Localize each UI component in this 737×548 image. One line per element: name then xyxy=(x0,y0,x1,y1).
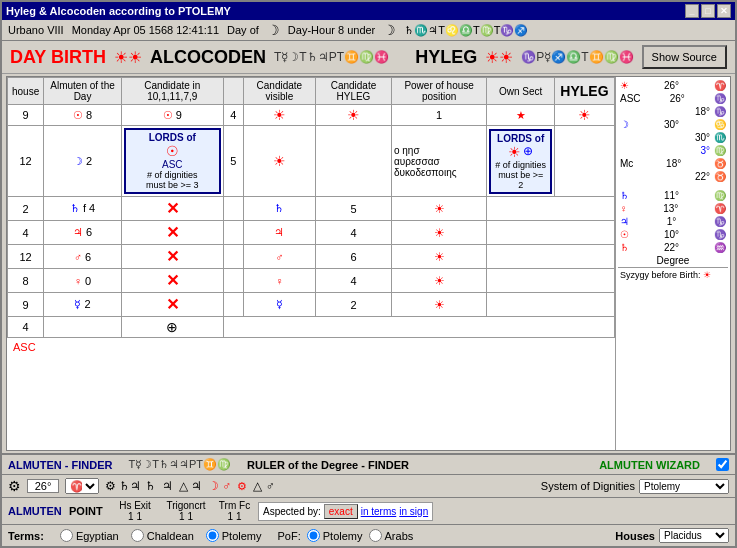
egyptian-radio-label[interactable]: Egyptian xyxy=(60,529,119,542)
right-row-mc: Mc 18° ♉ xyxy=(618,157,728,170)
cell-text: ο ηησαυρεσσασδυκοδεσποιης xyxy=(391,126,486,197)
trigon-val: 1 1 xyxy=(179,511,193,522)
cell-num4: 4 xyxy=(315,221,391,245)
maximize-button[interactable]: □ xyxy=(701,4,715,18)
table-row: 9 ☉ 8 ☉ 9 4 ☀ ☀ 1 ★ ☀ xyxy=(8,105,615,126)
ptolemy-radio[interactable] xyxy=(206,529,219,542)
chaldean-radio[interactable] xyxy=(131,529,144,542)
cell-almuten: ♃ 6 xyxy=(44,221,122,245)
terms-label: Terms: xyxy=(8,530,44,542)
calc-symbols6: △ ♂ xyxy=(253,479,274,493)
cell-empty xyxy=(487,197,615,221)
cell-num6: 4 xyxy=(315,269,391,293)
almuten-col-label: ALMUTEN xyxy=(8,505,63,517)
cell-almuten: ☽ 2 xyxy=(44,126,122,197)
cell-vis: ☀ xyxy=(391,197,486,221)
sign-mc: ♉ xyxy=(714,158,726,169)
degree-jup: 1° xyxy=(667,216,677,227)
in-terms-link[interactable]: in terms xyxy=(361,506,397,517)
day-label: Day of xyxy=(227,24,259,36)
sign-sat2: ♒ xyxy=(714,242,726,253)
sign-select[interactable]: ♈♉♊♋ ♌♍♎♏ ♐♑♒♓ xyxy=(65,478,99,494)
cell-visible: ☀ xyxy=(243,105,315,126)
sun-r2: ☉ xyxy=(620,229,629,240)
calc-symbols1: ⚙ ♄♃ ♄ xyxy=(105,479,156,493)
cell-planet3: ♂ xyxy=(243,245,315,269)
aspected-section: Aspected by: exact in terms in sign xyxy=(258,502,433,521)
cell-empty2 xyxy=(487,221,615,245)
almuten-finder-symbols: T☿☽T♄♃♃PT♊♍ xyxy=(129,458,232,471)
asc-label: ASC xyxy=(7,338,615,356)
table-row: 4 ⊕ xyxy=(8,317,615,338)
in-sign-link[interactable]: in sign xyxy=(399,506,428,517)
degree-r1: 26° xyxy=(664,80,679,91)
pof-arabs-text: Arabs xyxy=(385,530,414,542)
degree-r2: 18° xyxy=(695,106,710,117)
close-button[interactable]: ✕ xyxy=(717,4,731,18)
show-source-button[interactable]: Show Source xyxy=(642,45,727,69)
cell-planet5: ☿ xyxy=(243,293,315,317)
minimize-button[interactable]: _ xyxy=(685,4,699,18)
col-candidate1: Candidate in 10,1,11,7,9 xyxy=(121,78,223,105)
dayhour-label: Day-Hour 8 under xyxy=(288,24,375,36)
cell-empty4 xyxy=(487,269,615,293)
cell-num5: 6 xyxy=(315,245,391,269)
moon-r: ☽ xyxy=(620,119,629,130)
chaldean-radio-label[interactable]: Chaldean xyxy=(131,529,194,542)
trigon-col: Trigoncrt 1 1 xyxy=(161,500,211,522)
degree-r3: 30° xyxy=(695,132,710,143)
pof-ptolemy-radio[interactable] xyxy=(307,529,320,542)
user-name: Urbano VIII xyxy=(8,24,64,36)
extra-symbols: ♄♏♃T♌♎T♍T♑♐ xyxy=(404,24,528,37)
dayhour-symbol: ☽ xyxy=(383,22,396,38)
cell-hyleg-mark: ☀ xyxy=(554,105,614,126)
degree-input[interactable] xyxy=(27,479,59,493)
pof-arabs-radio[interactable] xyxy=(369,529,382,542)
cell-x5: ✕ xyxy=(121,293,223,317)
pof-ptolemy-label[interactable]: Ptolemy xyxy=(307,529,363,542)
degree-sun2: 10° xyxy=(664,229,679,240)
ptolemy-radio-label[interactable]: Ptolemy xyxy=(206,529,262,542)
cell-num3: 5 xyxy=(315,197,391,221)
cell-num xyxy=(223,245,243,269)
sun-deco1: ☀☀ xyxy=(114,48,142,67)
hs-exit-col: Hs Exit 1 1 xyxy=(115,500,155,522)
cell-almuten: ☿ 2 xyxy=(44,293,122,317)
degree-mc: 18° xyxy=(666,158,681,169)
main-header: DAY BIRTH ☀☀ ALCOCODEN T☿☽T♄♃PT♊♍♓ HYLEG… xyxy=(2,41,735,74)
gear-icon1[interactable]: ⚙ xyxy=(8,478,21,494)
col-own-sect: Own Sect xyxy=(487,78,555,105)
sign-asc: ♑ xyxy=(714,93,726,104)
pof-section: PoF: Ptolemy Arabs xyxy=(278,529,414,542)
wizard-checkbox[interactable] xyxy=(716,458,729,471)
sign-sun2: ♑ xyxy=(714,229,726,240)
astro-header-symbols: T☿☽T♄♃PT♊♍♓ xyxy=(274,50,389,64)
cell-lords-box1: LORDS of ☉ ASC # of dignitiesmust be >= … xyxy=(121,126,223,197)
cell-x3: ✕ xyxy=(121,245,223,269)
cell-candidate: ☉ 9 xyxy=(121,105,223,126)
exact-button[interactable]: exact xyxy=(324,504,358,519)
cell-house: 4 xyxy=(8,221,44,245)
window-controls: _ □ ✕ xyxy=(685,4,731,18)
sign-r3: ♏ xyxy=(714,132,726,143)
cell-hyleg2 xyxy=(315,126,391,197)
sign-r5: ♉ xyxy=(714,171,726,182)
terms-row: Terms: Egyptian Chaldean Ptolemy PoF: xyxy=(2,525,735,546)
almuten-finder-bar: ALMUTEN - FINDER T☿☽T♄♃♃PT♊♍ RULER of th… xyxy=(2,455,735,475)
cell-house: 8 xyxy=(8,269,44,293)
right-row-4: 3° ♍ xyxy=(618,144,728,157)
asc-r: ASC xyxy=(620,93,641,104)
cell-num xyxy=(223,293,243,317)
houses-select[interactable]: Placidus Koch Equal Whole xyxy=(659,528,729,543)
pof-arabs-label[interactable]: Arabs xyxy=(369,529,414,542)
degree-ven: 13° xyxy=(663,203,678,214)
dignities-select[interactable]: Dorotheus Ptolemy Omar Tiberiac xyxy=(639,479,729,494)
saturn-r2: ♄ xyxy=(620,242,629,253)
hyleg-label: HYLEG xyxy=(415,47,477,68)
calc-row: ⚙ ♈♉♊♋ ♌♍♎♏ ♐♑♒♓ ⚙ ♄♃ ♄ ♃ △ ♃ ☽ ♂ ⚙ △ ♂ … xyxy=(2,475,735,498)
col-house: house xyxy=(8,78,44,105)
right-row-1: ☀ 26° ♈ xyxy=(618,79,728,92)
sign-jup: ♑ xyxy=(714,216,726,227)
egyptian-radio[interactable] xyxy=(60,529,73,542)
cell-house: 9 xyxy=(8,293,44,317)
